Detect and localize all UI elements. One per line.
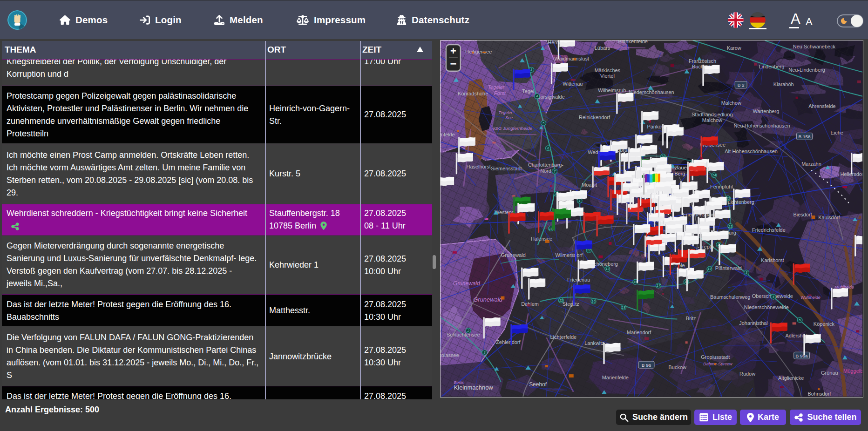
svg-text:−: − [450, 57, 456, 70]
svg-text:Siemensstadt: Siemensstadt [491, 166, 522, 171]
svg-text:Steglitz: Steglitz [563, 301, 579, 307]
svg-text:Moabit: Moabit [582, 182, 597, 188]
svg-text:Marzahn: Marzahn [801, 161, 821, 167]
svg-text:Rudow: Rudow [739, 371, 755, 377]
svg-text:2: 2 [467, 329, 470, 333]
svg-text:Mariendorf: Mariendorf [627, 330, 651, 335]
svg-text:Neu-Hohenschönhausen: Neu-Hohenschönhausen [733, 123, 790, 128]
svg-text:Wartenberg: Wartenberg [753, 108, 780, 114]
svg-text:Haselhorst: Haselhorst [466, 164, 490, 169]
svg-text:Bohnsdorf: Bohnsdorf [807, 391, 831, 397]
svg-text:Neu-Lindenberg: Neu-Lindenberg [788, 67, 825, 73]
svg-text:19: 19 [707, 267, 711, 271]
svg-text:Grunewald: Grunewald [453, 280, 480, 287]
svg-text:Buckow: Buckow [669, 364, 686, 370]
svg-text:Reinickendorf: Reinickendorf [579, 114, 610, 120]
svg-text:B 2: B 2 [738, 82, 745, 88]
svg-text:13: 13 [605, 267, 610, 271]
svg-text:16: 16 [591, 299, 596, 303]
svg-text:Gropiusstadt: Gropiusstadt [701, 354, 730, 360]
svg-text:Kleinmachnow: Kleinmachnow [454, 384, 494, 391]
svg-text:Niederschönhausen: Niederschönhausen [629, 89, 674, 95]
svg-text:Plänterwald: Plänterwald [715, 265, 742, 271]
svg-text:Märkisches: Märkisches [595, 67, 621, 73]
svg-text:Lichterfelde: Lichterfelde [550, 334, 577, 340]
svg-text:Französisch: Französisch [689, 58, 716, 64]
svg-text:kenfelde: kenfelde [441, 132, 455, 137]
svg-text:Kaulsdorf: Kaulsdorf [818, 215, 840, 220]
svg-text:Britz: Britz [686, 316, 696, 321]
svg-text:Seehof: Seehof [529, 381, 547, 388]
svg-text:Neu Schwanebeck: Neu Schwanebeck [793, 44, 836, 49]
svg-text:Grunewald: Grunewald [473, 296, 502, 303]
svg-text:Ahrensfelde: Ahrensfelde [808, 103, 835, 109]
svg-text:Malchow: Malchow [721, 100, 741, 106]
svg-text:21: 21 [728, 224, 732, 229]
svg-text:eSG Jungfernheide: eSG Jungfernheide [492, 126, 532, 131]
svg-text:Baumschulenweg: Baumschulenweg [710, 294, 750, 300]
svg-text:4: 4 [536, 94, 538, 98]
svg-text:1: 1 [579, 199, 581, 203]
svg-text:Grünau: Grünau [821, 370, 838, 376]
svg-text:+: + [450, 45, 456, 57]
svg-text:Lindenberg: Lindenberg [759, 64, 784, 69]
svg-text:Malchow: Malchow [702, 117, 722, 123]
svg-text:Karlshorst: Karlshorst [761, 257, 784, 263]
svg-text:24: 24 [712, 173, 716, 177]
svg-text:12: 12 [587, 248, 591, 252]
svg-text:Dahme-Spreew: Dahme-Spreew [703, 362, 732, 366]
svg-text:Müggelb: Müggelb [843, 368, 862, 374]
svg-text:Marienfelde: Marienfelde [602, 375, 629, 380]
svg-text:Köpenick: Köpenick [814, 321, 835, 327]
svg-text:Blankenfelde: Blankenfelde [618, 40, 648, 44]
svg-text:B 158: B 158 [799, 134, 811, 139]
svg-text:Karow: Karow [727, 45, 741, 51]
svg-text:Johannisthal: Johannisthal [739, 320, 767, 326]
svg-text:Forst: Forst [494, 90, 506, 96]
svg-text:Altglienicke: Altglienicke [778, 375, 804, 381]
svg-text:Borsigwalde: Borsigwalde [537, 94, 565, 100]
svg-text:Tegeler: Tegeler [499, 110, 513, 115]
svg-text:Friedrichsfelde: Friedrichsfelde [752, 227, 786, 233]
svg-text:Heiligensee: Heiligensee [465, 49, 492, 54]
svg-text:Wilhelmsruh: Wilhelmsruh [598, 88, 626, 93]
svg-text:Alt-Hohenschönhausen: Alt-Hohenschönhausen [725, 148, 778, 154]
svg-text:Schlachtensee: Schlachtensee [447, 332, 480, 337]
svg-text:Charlottenburg-: Charlottenburg- [528, 162, 563, 168]
svg-text:Berlin: Berlin [454, 380, 464, 385]
svg-text:Wilmersdorf: Wilmersdorf [556, 252, 583, 258]
svg-text:kolassee: kolassee [441, 352, 459, 358]
svg-text:Tegel: Tegel [522, 88, 534, 94]
svg-text:Lübars: Lübars [595, 45, 610, 51]
svg-text:Grunewald: Grunewald [501, 252, 526, 258]
svg-text:Klarahöh: Klarahöh [773, 81, 794, 87]
svg-text:4: 4 [773, 295, 774, 299]
svg-text:B 96: B 96 [642, 363, 651, 368]
svg-text:Biesdorf: Biesdorf [793, 212, 812, 217]
svg-text:Fennpfuhl: Fennpfuhl [710, 184, 733, 189]
svg-text:See: See [505, 115, 513, 120]
svg-text:Lankwitz: Lankwitz [584, 340, 604, 346]
svg-text:Wittenau: Wittenau [563, 81, 583, 87]
svg-text:Niederschöneweide: Niederschöneweide [744, 304, 789, 310]
svg-text:B 96a: B 96a [796, 353, 808, 358]
svg-text:Viertel: Viertel [600, 73, 615, 79]
svg-text:Eiche: Eiche [831, 130, 843, 135]
svg-text:18: 18 [622, 305, 626, 310]
svg-text:17: 17 [657, 283, 661, 288]
svg-text:Konradshöhe: Konradshöhe [458, 91, 488, 96]
svg-text:Stadtrandsiedlung: Stadtrandsiedlung [692, 112, 732, 117]
svg-text:Nord: Nord [540, 168, 551, 174]
svg-text:Tegeler: Tegeler [488, 84, 505, 90]
svg-text:15: 15 [559, 298, 563, 303]
svg-text:Berg: Berg [674, 171, 685, 176]
svg-text:Lichtenberg: Lichtenberg [728, 199, 754, 205]
svg-text:Waidmannslust: Waidmannslust [555, 56, 589, 61]
svg-text:Zehlendorf: Zehlendorf [496, 339, 521, 345]
